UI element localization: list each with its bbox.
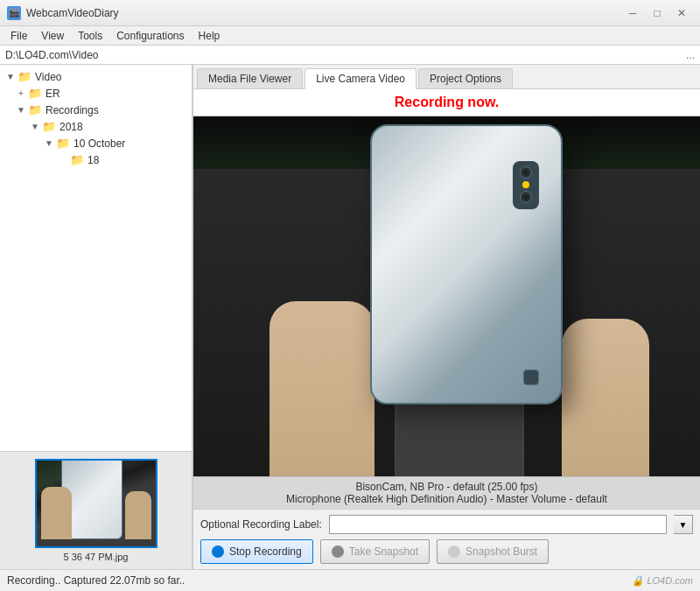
main-layout: ▼ 📁 Video + 📁 ER ▼ 📁 Recordings ▼ 📁 2018 [0, 65, 700, 569]
take-snapshot-button[interactable]: Take Snapshot [320, 539, 430, 564]
left-panel: ▼ 📁 Video + 📁 ER ▼ 📁 Recordings ▼ 📁 2018 [0, 65, 192, 569]
buttons-row: Stop Recording Take Snapshot Snapshot Bu… [200, 539, 693, 564]
tab-media-file-viewer[interactable]: Media File Viewer [197, 68, 303, 88]
menu-configurations[interactable]: Configurations [109, 28, 191, 44]
menu-file[interactable]: File [4, 28, 34, 44]
video-background [193, 116, 700, 476]
status-text: Recording.. Captured 22.07mb so far.. [7, 574, 632, 587]
tree-label: 18 [88, 154, 99, 166]
maximize-button[interactable]: □ [646, 4, 668, 22]
camera-info-line1: BisonCam, NB Pro - default (25.00 fps) [200, 481, 693, 493]
recording-label-input[interactable] [329, 515, 667, 534]
expander-icon: ▼ [28, 122, 42, 131]
app-title: WebcamVideoDiary [26, 7, 119, 19]
tree-label: 10 October [74, 137, 125, 150]
tree-label: Video [35, 71, 61, 83]
menu-view[interactable]: View [34, 28, 71, 44]
stop-recording-button[interactable]: Stop Recording [200, 539, 313, 564]
tree-item-2018[interactable]: ▼ 📁 2018 [0, 118, 192, 135]
tree-label: ER [46, 88, 60, 100]
path-text: D:\LO4D.com\Video [5, 49, 686, 61]
hand-right [562, 319, 649, 476]
tree-item-er[interactable]: + 📁 ER [0, 85, 192, 102]
camera-flash [522, 181, 529, 188]
tree-item-recordings[interactable]: ▼ 📁 Recordings [0, 102, 192, 118]
stop-recording-icon [212, 545, 224, 558]
burst-icon [448, 545, 460, 558]
path-bar: D:\LO4D.com\Video ... [0, 46, 700, 65]
right-panel: Media File Viewer Live Camera Video Proj… [193, 65, 700, 569]
menu-help[interactable]: Help [192, 28, 228, 44]
expander-icon: ▼ [42, 138, 56, 148]
camera-info-line2: Microphone (Realtek High Definition Audi… [200, 493, 693, 505]
expander-icon: ▼ [4, 72, 18, 81]
path-dots[interactable]: ... [686, 49, 695, 61]
thumbnail-frame[interactable] [35, 459, 158, 548]
camera-info: BisonCam, NB Pro - default (25.00 fps) M… [193, 476, 700, 509]
title-bar: 🎬 WebcamVideoDiary ─ □ ✕ [0, 0, 700, 26]
minimize-button[interactable]: ─ [621, 4, 644, 22]
expander-icon: ▼ [14, 105, 28, 115]
recording-banner: Recording now. [193, 89, 700, 116]
phone-shape [370, 124, 563, 405]
folder-icon: 📁 [28, 87, 42, 100]
menu-tools[interactable]: Tools [71, 28, 109, 44]
close-button[interactable]: ✕ [670, 4, 693, 22]
tree-item-18[interactable]: 📁 18 [0, 151, 192, 168]
camera-lens-1 [520, 166, 532, 179]
status-logo: 🔒 LO4D.com [632, 575, 693, 587]
folder-icon: 📁 [28, 103, 42, 116]
expander-icon [56, 155, 70, 165]
camera-area: Recording now. [193, 89, 700, 569]
tab-live-camera-video[interactable]: Live Camera Video [304, 68, 416, 89]
tree-item-october[interactable]: ▼ 📁 10 October [0, 135, 192, 151]
folder-icon: 📁 [18, 70, 32, 83]
folder-icon: 📁 [42, 120, 56, 133]
controls-area: Optional Recording Label: ▼ Stop Recordi… [193, 509, 700, 569]
folder-icon: 📁 [70, 153, 84, 166]
app-icon: 🎬 [7, 6, 21, 20]
menu-bar: File View Tools Configurations Help [0, 26, 700, 46]
video-feed [193, 116, 700, 476]
label-row: Optional Recording Label: ▼ [200, 515, 693, 534]
folder-icon: 📁 [56, 137, 70, 150]
tree-item-video[interactable]: ▼ 📁 Video [0, 68, 192, 85]
camera-icon [332, 545, 344, 558]
tree-label: Recordings [46, 104, 99, 116]
tree-label: 2018 [60, 121, 83, 133]
thumbnail-content [37, 461, 156, 546]
label-dropdown[interactable]: ▼ [674, 515, 693, 534]
window-controls: ─ □ ✕ [621, 4, 693, 22]
status-bar: Recording.. Captured 22.07mb so far.. 🔒 … [0, 569, 700, 591]
tabs-bar: Media File Viewer Live Camera Video Proj… [193, 65, 700, 89]
expander-icon: + [14, 88, 28, 98]
camera-lens-2 [520, 191, 532, 203]
thumbnail-area: 5 36 47 PM.jpg [0, 451, 192, 569]
hand-left [270, 301, 374, 476]
optional-label-text: Optional Recording Label: [200, 518, 322, 531]
tab-project-options[interactable]: Project Options [418, 68, 513, 88]
thumbnail-label: 5 36 47 PM.jpg [64, 552, 129, 562]
camera-bump [513, 161, 539, 209]
snapshot-burst-button[interactable]: Snapshot Burst [437, 539, 549, 564]
tree-view: ▼ 📁 Video + 📁 ER ▼ 📁 Recordings ▼ 📁 2018 [0, 65, 192, 451]
